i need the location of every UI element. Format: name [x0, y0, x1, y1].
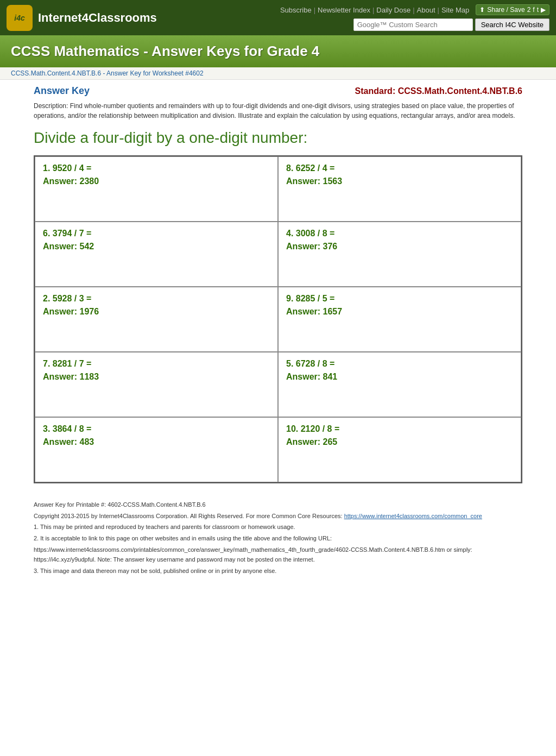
share-icon: ⬆: [479, 6, 485, 14]
footer-line-3: 2. It is acceptable to link to this page…: [34, 533, 522, 544]
problem-question-2: 2. 5928 / 3 =: [43, 294, 270, 304]
footer: Answer Key for Printable #: 4602-CCSS.Ma…: [23, 494, 533, 583]
standard-label: Standard: CCSS.Math.Content.4.NBT.B.6: [355, 86, 522, 96]
problem-cell-7: 7. 8281 / 7 = Answer: 1183: [35, 352, 278, 417]
nav-sitemap[interactable]: Site Map: [441, 6, 469, 14]
problem-answer-3: Answer: 483: [43, 437, 270, 447]
nav-subscribe[interactable]: Subscribe: [280, 6, 312, 14]
problem-cell-8: 8. 6252 / 4 = Answer: 1563: [278, 156, 521, 222]
problem-question-7: 7. 8281 / 7 =: [43, 359, 270, 369]
problem-cell-4: 4. 3008 / 8 = Answer: 376: [278, 222, 521, 287]
breadcrumb: CCSS.Math.Content.4.NBT.B.6 - Answer Key…: [0, 67, 556, 80]
footer-line-5: 3. This image and data thereon may not b…: [34, 566, 522, 576]
header-right: Subscribe | Newsletter Index | Daily Dos…: [280, 4, 549, 31]
problem-question-4: 4. 3008 / 8 =: [286, 229, 513, 238]
problem-question-6: 6. 3794 / 7 =: [43, 229, 270, 238]
problem-question-9: 9. 8285 / 5 =: [286, 294, 513, 304]
problem-answer-6: Answer: 542: [43, 242, 270, 251]
search-button[interactable]: Search I4C Website: [475, 18, 549, 31]
site-header: i4c Internet4Classrooms Subscribe | News…: [0, 0, 556, 35]
problem-question-3: 3. 3864 / 8 =: [43, 424, 270, 434]
description-text: Description: Find whole-number quotients…: [34, 101, 522, 121]
problem-question-10: 10. 2120 / 8 =: [286, 424, 513, 434]
problem-answer-1: Answer: 2380: [43, 177, 270, 186]
worksheet-title: Divide a four-digit by a one-digit numbe…: [34, 129, 522, 147]
footer-line-1: Copyright 2013-2015 by Internet4Classroo…: [34, 511, 522, 521]
problem-answer-5: Answer: 841: [286, 372, 513, 382]
logo-icon: i4c: [7, 5, 33, 31]
site-title: Internet4Classrooms: [38, 11, 157, 25]
copyright-link[interactable]: https://www.internet4classrooms.com/comm…: [344, 513, 482, 519]
footer-line-2: 1. This may be printed and reproduced by…: [34, 522, 522, 532]
search-row: Search I4C Website: [353, 18, 549, 31]
problem-cell-5: 5. 6728 / 8 = Answer: 841: [278, 352, 521, 417]
nav-newsletter[interactable]: Newsletter Index: [318, 6, 370, 14]
nav-links: Subscribe | Newsletter Index | Daily Dos…: [280, 4, 549, 15]
footer-line-4: https://www.internet4classrooms.com/prin…: [34, 545, 522, 565]
problem-answer-2: Answer: 1976: [43, 307, 270, 317]
breadcrumb-link[interactable]: CCSS.Math.Content.4.NBT.B.6 - Answer Key…: [11, 70, 204, 77]
facebook-icon: f: [533, 6, 534, 14]
share-count: 2: [527, 6, 531, 14]
problem-answer-7: Answer: 1183: [43, 372, 270, 382]
problem-cell-6: 6. 3794 / 7 = Answer: 542: [35, 222, 278, 287]
content-area: Answer Key Standard: CCSS.Math.Content.4…: [23, 80, 533, 494]
problem-question-1: 1. 9520 / 4 =: [43, 163, 270, 173]
answer-key-label: Answer Key: [34, 85, 90, 97]
footer-line-0: Answer Key for Printable #: 4602-CCSS.Ma…: [34, 500, 522, 510]
problem-grid: 1. 9520 / 4 = Answer: 2380 8. 6252 / 4 =…: [34, 155, 522, 483]
logo-area: i4c Internet4Classrooms: [7, 5, 157, 31]
problem-answer-9: Answer: 1657: [286, 307, 513, 317]
problem-cell-3: 3. 3864 / 8 = Answer: 483: [35, 417, 278, 482]
problem-cell-2: 2. 5928 / 3 = Answer: 1976: [35, 287, 278, 352]
problem-question-8: 8. 6252 / 4 =: [286, 163, 513, 173]
problem-question-5: 5. 6728 / 8 =: [286, 359, 513, 369]
problem-cell-9: 9. 8285 / 5 = Answer: 1657: [278, 287, 521, 352]
problem-answer-4: Answer: 376: [286, 242, 513, 251]
nav-about[interactable]: About: [417, 6, 435, 14]
twitter-icon: t: [537, 6, 539, 14]
banner: CCSS Mathematics - Answer Keys for Grade…: [0, 35, 556, 67]
page-title: CCSS Mathematics - Answer Keys for Grade…: [11, 43, 545, 60]
problem-cell-10: 10. 2120 / 8 = Answer: 265: [278, 417, 521, 482]
answer-key-header: Answer Key Standard: CCSS.Math.Content.4…: [34, 85, 522, 97]
problem-answer-8: Answer: 1563: [286, 177, 513, 186]
problem-cell-1: 1. 9520 / 4 = Answer: 2380: [35, 156, 278, 222]
problem-answer-10: Answer: 265: [286, 437, 513, 447]
more-icon: ▶: [541, 6, 546, 14]
nav-daily-dose[interactable]: Daily Dose: [376, 6, 410, 14]
search-input[interactable]: [353, 18, 473, 31]
share-save-button[interactable]: ⬆ Share / Save 2 f t ▶: [476, 4, 549, 15]
